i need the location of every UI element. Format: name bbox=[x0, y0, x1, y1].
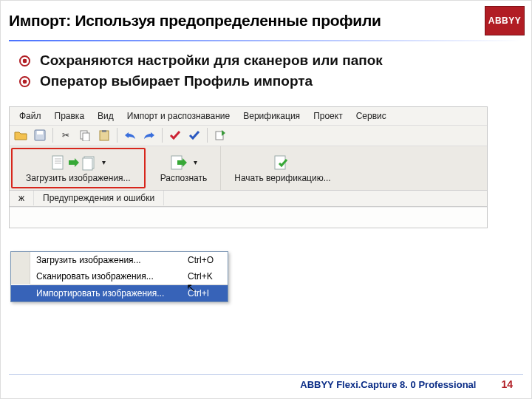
footer: ABBYY Flexi.Capture 8. 0 Professional 14 bbox=[0, 378, 532, 390]
load-images-label: Загрузить изображения... bbox=[26, 173, 131, 183]
chevron-down-icon[interactable]: ▾ bbox=[194, 158, 197, 166]
svg-rect-12 bbox=[83, 158, 92, 170]
bullet-item: Сохраняются настройки для сканеров или п… bbox=[40, 52, 510, 69]
doc-arrow-icon bbox=[170, 154, 188, 171]
cursor-icon: ↖ bbox=[186, 281, 196, 295]
product-name: ABBYY Flexi.Capture 8. 0 Professional bbox=[19, 379, 476, 390]
bullet-item: Оператор выбирает Профиль импорта bbox=[40, 72, 510, 90]
menu-item-load[interactable]: Загрузить изображения... Ctrl+O bbox=[11, 252, 228, 268]
svg-rect-7 bbox=[52, 156, 63, 169]
shortcut: Ctrl+K bbox=[188, 271, 228, 282]
page-number: 14 bbox=[501, 378, 513, 390]
recognize-label: Распознать bbox=[160, 173, 208, 183]
stack-icon bbox=[81, 154, 98, 171]
arrow-right-icon bbox=[68, 157, 80, 168]
doc-check-icon bbox=[273, 154, 291, 171]
chevron-down-icon[interactable]: ▾ bbox=[102, 158, 106, 166]
shortcut: Ctrl+O bbox=[188, 255, 228, 265]
recognize-button[interactable]: ▾ Распознать bbox=[147, 146, 222, 190]
verify-label: Начать верификацию... bbox=[234, 173, 330, 183]
page-icon bbox=[50, 154, 66, 171]
verify-button[interactable]: Начать верификацию... bbox=[221, 146, 344, 190]
load-images-button[interactable]: ▾ Загрузить изображения... bbox=[11, 148, 146, 188]
